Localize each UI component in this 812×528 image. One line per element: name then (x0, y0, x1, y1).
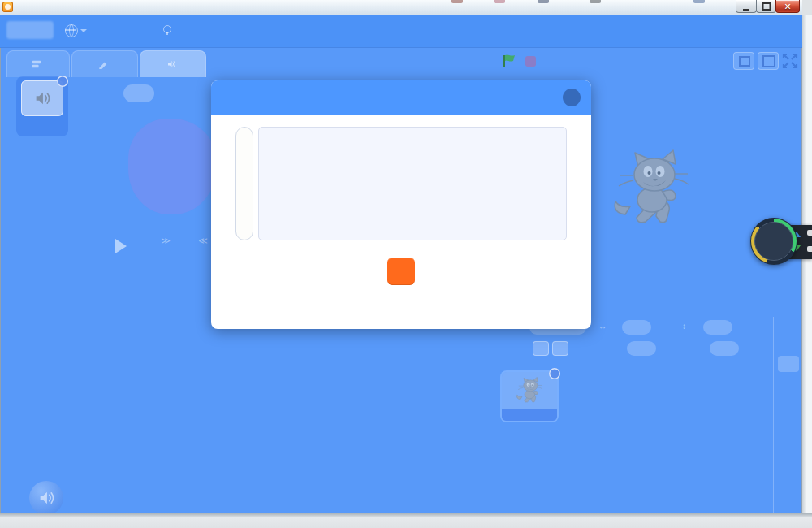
chevron-down-icon (80, 29, 87, 32)
modal-close-button[interactable] (563, 89, 581, 106)
minimize-button[interactable] (736, 0, 757, 13)
large-stage-icon (762, 55, 775, 67)
maximize-button[interactable] (756, 0, 776, 13)
x-arrows-icon: ↔ (598, 322, 607, 331)
show-button[interactable] (533, 341, 549, 356)
small-stage-icon (739, 56, 750, 67)
hide-button[interactable] (552, 341, 568, 356)
app-icon (2, 2, 13, 12)
fullscreen-icon[interactable] (782, 53, 798, 69)
recording-waveform-box (258, 127, 567, 240)
y-field[interactable] (703, 320, 732, 335)
play-button[interactable] (115, 239, 127, 253)
sound-thumbnail[interactable] (21, 80, 63, 116)
code-icon (32, 59, 41, 69)
close-window-button[interactable]: ✕ (775, 0, 800, 13)
size-field[interactable] (627, 341, 656, 356)
tab-code[interactable] (6, 50, 70, 77)
small-stage-button[interactable] (733, 52, 754, 70)
x-field[interactable] (622, 320, 651, 335)
sprite-info-badge[interactable] (549, 368, 560, 379)
sprite-card-name (502, 409, 557, 421)
speaker-icon (33, 89, 51, 107)
sprite-card[interactable] (502, 372, 557, 421)
sound-name-field[interactable] (123, 84, 154, 102)
window-titlebar[interactable] (0, 0, 802, 15)
menu-bar (0, 15, 802, 48)
minimize-icon (743, 9, 749, 11)
recording-waveform (259, 128, 566, 240)
speaker-icon (37, 489, 55, 507)
background-window-tab (494, 0, 505, 3)
background-window-tab (538, 0, 549, 3)
brush-icon (98, 59, 108, 69)
tab-costumes[interactable] (71, 50, 138, 77)
volume-meter (235, 127, 253, 240)
faster-icon: ≫ (148, 236, 184, 245)
background-window-tab (451, 0, 463, 3)
tab-sounds[interactable] (140, 50, 206, 77)
desktop-bottom-edge (0, 513, 812, 528)
background-window-tab (693, 0, 705, 3)
desktop-right-edge (802, 15, 812, 528)
stop-recording-button[interactable] (387, 258, 415, 285)
backdrop-thumbnail[interactable] (778, 356, 799, 372)
screen: ✕ ≫ ≪ (0, 0, 812, 528)
modal-header (211, 80, 591, 115)
green-flag-icon[interactable] (502, 54, 516, 68)
speaker-icon (166, 59, 176, 69)
sound-list-item[interactable] (16, 76, 68, 136)
stage-cat-sprite[interactable] (609, 149, 693, 229)
stop-sign-icon[interactable] (525, 56, 536, 67)
background-window-tab (590, 0, 601, 3)
add-sound-button[interactable] (29, 481, 63, 515)
close-icon: ✕ (784, 2, 791, 11)
direction-field[interactable] (710, 341, 739, 356)
sprite-thumbnail-cat (515, 377, 544, 405)
delete-sound-badge[interactable] (57, 76, 68, 87)
tutorial-bulb-icon (163, 25, 171, 33)
panel-divider (773, 317, 774, 513)
record-sound-modal (211, 80, 591, 329)
sound-effect-faster[interactable]: ≫ (148, 236, 184, 245)
y-arrows-icon: ↕ (682, 322, 686, 331)
clipped-panel-item (807, 246, 812, 252)
gauge-core (754, 222, 793, 261)
sound-waveform-preview (128, 119, 218, 214)
language-globe-icon[interactable] (65, 24, 78, 37)
percentage-gauge-overlay[interactable] (750, 218, 797, 265)
clipped-panel-item (807, 230, 812, 236)
maximize-icon (762, 2, 771, 11)
large-stage-button[interactable] (758, 52, 779, 70)
scratch-logo[interactable] (6, 21, 54, 39)
